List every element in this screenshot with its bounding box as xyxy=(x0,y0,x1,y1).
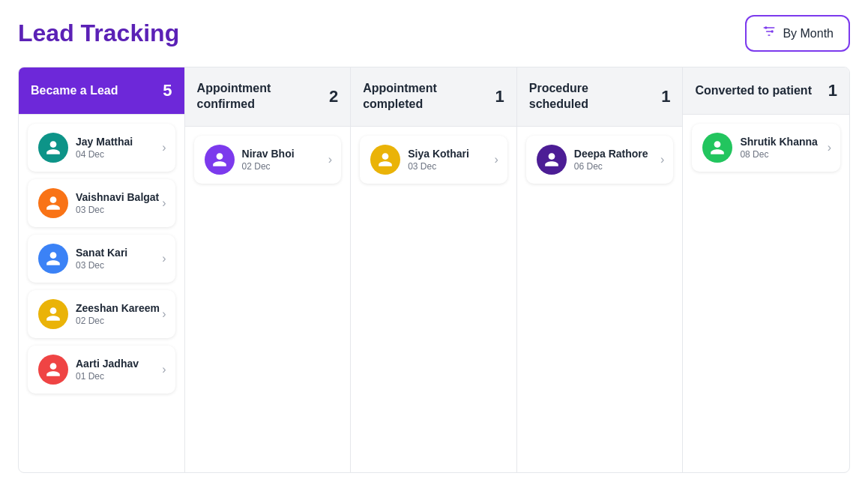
filter-icon xyxy=(762,24,777,43)
column-title-converted-to-patient: Converted to patient xyxy=(695,83,812,99)
column-title-appointment-confirmed: Appointment confirmed xyxy=(197,81,318,112)
lead-date: 04 Dec xyxy=(76,149,165,160)
lead-name: Zeeshan Kareem xyxy=(76,302,165,314)
avatar xyxy=(38,299,68,329)
column-header-appointment-completed: Appointment completed1 xyxy=(351,67,516,127)
lead-name: Sanat Kari xyxy=(76,247,165,259)
chevron-right-icon: › xyxy=(162,307,166,321)
avatar xyxy=(38,188,68,218)
lead-card[interactable]: Deepa Rathore06 Dec› xyxy=(526,136,674,184)
page-header: Lead Tracking By Month xyxy=(18,15,850,52)
chevron-right-icon: › xyxy=(162,363,166,376)
svg-point-4 xyxy=(771,30,774,32)
lead-name: Siya Kothari xyxy=(408,148,497,160)
lead-date: 03 Dec xyxy=(76,260,165,271)
chevron-right-icon: › xyxy=(162,196,166,210)
column-title-appointment-completed: Appointment completed xyxy=(363,81,483,112)
lead-card[interactable]: Shrutik Khanna08 Dec› xyxy=(692,124,840,172)
lead-name: Aarti Jadhav xyxy=(76,358,165,370)
column-body-converted-to-patient: Shrutik Khanna08 Dec› xyxy=(683,115,849,181)
column-count-became-a-lead: 5 xyxy=(151,81,172,100)
lead-card[interactable]: Aarti Jadhav01 Dec› xyxy=(28,346,175,394)
lead-info: Jay Matthai04 Dec xyxy=(76,136,165,160)
lead-date: 02 Dec xyxy=(76,316,165,326)
lead-info: Vaishnavi Balgat03 Dec xyxy=(76,191,165,215)
column-body-appointment-confirmed: Nirav Bhoi02 Dec› xyxy=(185,127,351,193)
avatar xyxy=(702,133,732,163)
chevron-right-icon: › xyxy=(162,252,166,265)
lead-card[interactable]: Sanat Kari03 Dec› xyxy=(28,235,175,283)
column-header-procedure-scheduled: Procedure scheduled1 xyxy=(517,67,683,127)
avatar xyxy=(537,145,567,175)
kanban-column-appointment-completed: Appointment completed1 Siya Kothari03 De… xyxy=(351,67,517,472)
avatar xyxy=(38,244,68,274)
column-header-became-a-lead: Became a Lead5 xyxy=(19,67,184,115)
avatar xyxy=(370,145,400,175)
lead-info: Nirav Bhoi02 Dec xyxy=(242,148,331,172)
chevron-right-icon: › xyxy=(494,153,498,166)
column-body-procedure-scheduled: Deepa Rathore06 Dec› xyxy=(517,127,683,193)
kanban-column-converted-to-patient: Converted to patient1 Shrutik Khanna08 D… xyxy=(683,67,849,472)
column-count-appointment-confirmed: 2 xyxy=(317,87,338,106)
filter-button[interactable]: By Month xyxy=(745,15,850,52)
column-header-converted-to-patient: Converted to patient1 xyxy=(683,67,849,115)
column-count-procedure-scheduled: 1 xyxy=(649,87,670,106)
column-title-procedure-scheduled: Procedure scheduled xyxy=(529,81,650,112)
lead-info: Sanat Kari03 Dec xyxy=(76,247,165,271)
svg-point-3 xyxy=(765,26,768,28)
lead-name: Vaishnavi Balgat xyxy=(76,191,165,203)
lead-card[interactable]: Nirav Bhoi02 Dec› xyxy=(194,136,342,184)
chevron-right-icon: › xyxy=(162,141,166,154)
lead-date: 01 Dec xyxy=(76,371,165,382)
page-title: Lead Tracking xyxy=(18,19,179,47)
kanban-column-procedure-scheduled: Procedure scheduled1 Deepa Rathore06 Dec… xyxy=(517,67,684,472)
lead-date: 06 Dec xyxy=(574,161,663,172)
lead-info: Shrutik Khanna08 Dec xyxy=(740,136,830,160)
lead-info: Aarti Jadhav01 Dec xyxy=(76,358,165,382)
lead-card[interactable]: Vaishnavi Balgat03 Dec› xyxy=(28,179,175,227)
lead-info: Zeeshan Kareem02 Dec xyxy=(76,302,165,326)
lead-date: 03 Dec xyxy=(408,161,497,172)
kanban-column-became-a-lead: Became a Lead5 Jay Matthai04 Dec› Vaishn… xyxy=(19,67,185,472)
lead-card[interactable]: Siya Kothari03 Dec› xyxy=(360,136,507,184)
column-title-became-a-lead: Became a Lead xyxy=(31,83,118,99)
kanban-column-appointment-confirmed: Appointment confirmed2 Nirav Bhoi02 Dec› xyxy=(185,67,352,472)
chevron-right-icon: › xyxy=(828,141,831,154)
lead-date: 08 Dec xyxy=(740,149,830,160)
chevron-right-icon: › xyxy=(660,153,664,166)
column-body-became-a-lead: Jay Matthai04 Dec› Vaishnavi Balgat03 De… xyxy=(19,115,184,403)
lead-name: Deepa Rathore xyxy=(574,148,663,160)
column-count-appointment-completed: 1 xyxy=(483,87,504,106)
avatar xyxy=(38,355,68,385)
lead-date: 02 Dec xyxy=(242,161,331,172)
column-body-appointment-completed: Siya Kothari03 Dec› xyxy=(351,127,516,193)
lead-card[interactable]: Jay Matthai04 Dec› xyxy=(28,124,175,172)
lead-date: 03 Dec xyxy=(76,205,165,215)
chevron-right-icon: › xyxy=(328,153,332,166)
avatar xyxy=(205,145,235,175)
filter-button-label: By Month xyxy=(783,27,834,40)
avatar xyxy=(38,133,68,163)
lead-name: Shrutik Khanna xyxy=(740,136,830,148)
column-header-appointment-confirmed: Appointment confirmed2 xyxy=(185,67,351,127)
lead-name: Nirav Bhoi xyxy=(242,148,331,160)
lead-info: Siya Kothari03 Dec xyxy=(408,148,497,172)
lead-card[interactable]: Zeeshan Kareem02 Dec› xyxy=(28,290,175,338)
lead-info: Deepa Rathore06 Dec xyxy=(574,148,663,172)
kanban-board: Became a Lead5 Jay Matthai04 Dec› Vaishn… xyxy=(18,67,850,473)
column-count-converted-to-patient: 1 xyxy=(816,81,837,100)
lead-name: Jay Matthai xyxy=(76,136,165,148)
